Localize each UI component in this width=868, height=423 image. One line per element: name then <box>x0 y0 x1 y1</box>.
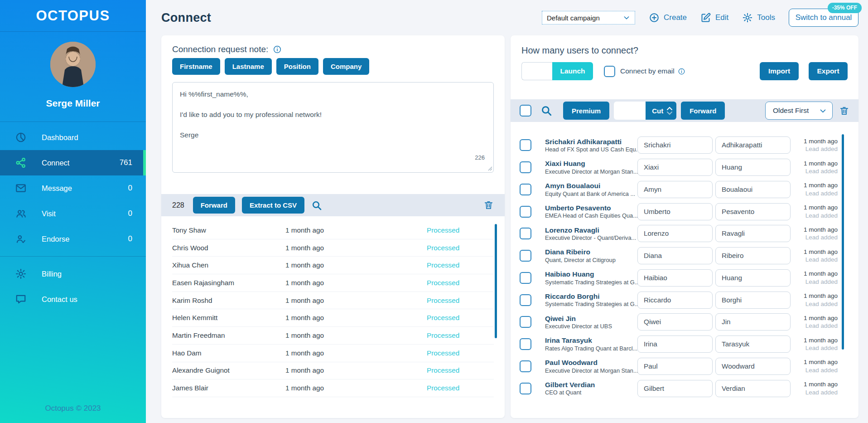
lastname-tag-button[interactable]: Lastname <box>225 58 272 75</box>
last-name-input[interactable] <box>715 358 791 375</box>
sidebar-item-endorse[interactable]: Endorse 0 <box>0 226 146 252</box>
lead-name[interactable]: Umberto Pesavento <box>545 204 637 212</box>
export-button[interactable]: Export <box>809 62 848 80</box>
first-name-input[interactable] <box>637 181 713 198</box>
first-name-input[interactable] <box>637 358 713 375</box>
last-name-input[interactable] <box>715 159 791 176</box>
lead-name[interactable]: Xiaxi Huang <box>545 159 637 168</box>
lead-checkbox[interactable] <box>520 206 531 218</box>
first-name-input[interactable] <box>637 313 713 331</box>
lead-checkbox[interactable] <box>520 316 531 328</box>
step-down-icon[interactable] <box>666 111 673 115</box>
sidebar-item-contact-us[interactable]: Contact us <box>0 287 146 312</box>
note-textarea[interactable]: Hi %%first_name%%, I'd like to add you t… <box>172 82 494 173</box>
import-button[interactable]: Import <box>760 62 799 80</box>
first-name-input[interactable] <box>637 269 713 287</box>
cut-count-input[interactable] <box>614 102 646 120</box>
edit-button[interactable]: Edit <box>700 12 728 23</box>
lead-checkbox[interactable] <box>520 184 531 195</box>
sidebar-item-connect[interactable]: Connect 761 <box>0 150 146 175</box>
tools-button[interactable]: Tools <box>742 12 775 23</box>
table-row[interactable]: Karim Roshd 1 month ago Processed <box>172 292 494 310</box>
launch-button[interactable]: Launch <box>552 62 593 80</box>
firstname-tag-button[interactable]: Firstname <box>172 58 220 75</box>
forward-button[interactable]: Forward <box>193 197 235 214</box>
first-name-input[interactable] <box>637 225 713 242</box>
table-row[interactable]: Hao Dam 1 month ago Processed <box>172 345 494 362</box>
last-name-input[interactable] <box>715 247 791 264</box>
scrollbar-thumb[interactable] <box>842 134 844 350</box>
scrollbar-thumb[interactable] <box>495 224 497 338</box>
lead-checkbox[interactable] <box>520 228 531 239</box>
info-icon[interactable] <box>273 45 282 54</box>
last-name-input[interactable] <box>715 269 791 287</box>
lead-checkbox[interactable] <box>520 338 531 350</box>
last-name-input[interactable] <box>715 380 791 397</box>
step-up-icon[interactable] <box>666 107 673 111</box>
table-row[interactable]: Helen Kemmitt 1 month ago Processed <box>172 309 494 327</box>
trash-icon[interactable] <box>483 200 494 210</box>
last-name-input[interactable] <box>715 335 791 353</box>
table-row[interactable]: Alexandre Guignot 1 month ago Processed <box>172 362 494 380</box>
first-name-input[interactable] <box>637 159 713 176</box>
sidebar-item-message[interactable]: Message 0 <box>0 175 146 201</box>
first-name-input[interactable] <box>637 335 713 353</box>
last-name-input[interactable] <box>715 203 791 220</box>
company-tag-button[interactable]: Company <box>323 58 369 75</box>
sidebar-item-dashboard[interactable]: Dashboard <box>0 125 146 150</box>
sidebar-item-billing[interactable]: Billing <box>0 261 146 287</box>
first-name-input[interactable] <box>637 380 713 397</box>
last-name-input[interactable] <box>715 292 791 309</box>
table-row[interactable]: Martin Freedman 1 month ago Processed <box>172 327 494 345</box>
trash-icon[interactable] <box>839 106 849 116</box>
users-count-input[interactable] <box>521 62 552 80</box>
lead-name[interactable]: Qiwei Jin <box>545 314 637 323</box>
lead-name[interactable]: Haibiao Huang <box>545 270 637 278</box>
table-row[interactable]: Chris Wood 1 month ago Processed <box>172 239 494 257</box>
table-row[interactable]: Easen Rajasingham 1 month ago Processed <box>172 274 494 292</box>
lead-name[interactable]: Srichakri Adhikarapatti <box>545 137 637 146</box>
first-name-input[interactable] <box>637 136 713 154</box>
lead-checkbox[interactable] <box>520 250 531 262</box>
search-icon[interactable] <box>311 200 322 211</box>
info-icon[interactable] <box>678 68 685 75</box>
sort-select[interactable]: Oldest First <box>765 102 833 120</box>
table-row[interactable]: James Blair 1 month ago Processed <box>172 379 494 397</box>
first-name-input[interactable] <box>637 292 713 309</box>
connect-by-email-checkbox[interactable] <box>604 66 615 77</box>
lead-name[interactable]: Riccardo Borghi <box>545 292 637 301</box>
lead-checkbox[interactable] <box>520 383 531 394</box>
campaign-select[interactable]: Default campaign <box>542 11 635 24</box>
search-icon[interactable] <box>540 105 552 117</box>
lead-name[interactable]: Irina Tarasyuk <box>545 336 637 345</box>
lead-checkbox[interactable] <box>520 272 531 284</box>
table-row[interactable]: Xihua Chen 1 month ago Processed <box>172 257 494 274</box>
sidebar-item-visit[interactable]: Visit 0 <box>0 201 146 226</box>
select-all-checkbox[interactable] <box>520 105 531 117</box>
lead-checkbox[interactable] <box>520 139 531 151</box>
extract-to-csv-button[interactable]: Extract to CSV <box>242 197 304 214</box>
last-name-input[interactable] <box>715 181 791 198</box>
lead-name[interactable]: Paul Woodward <box>545 358 637 367</box>
lead-name[interactable]: Amyn Boualaoui <box>545 181 637 190</box>
lead-checkbox[interactable] <box>520 360 531 372</box>
resize-handle-icon[interactable] <box>488 166 492 171</box>
cut-button[interactable]: Cut <box>646 102 676 120</box>
last-name-input[interactable] <box>715 313 791 331</box>
lead-name[interactable]: Lorenzo Ravagli <box>545 226 637 234</box>
first-name-input[interactable] <box>637 247 713 264</box>
create-button[interactable]: Create <box>649 12 687 23</box>
lead-checkbox[interactable] <box>520 161 531 173</box>
position-tag-button[interactable]: Position <box>276 58 318 75</box>
premium-button[interactable]: Premium <box>563 102 609 120</box>
lead-name[interactable]: Gilbert Verdian <box>545 380 637 389</box>
lead-name[interactable]: Diana Ribeiro <box>545 248 637 256</box>
lead-checkbox[interactable] <box>520 294 531 306</box>
first-name-input[interactable] <box>637 203 713 220</box>
forward-button[interactable]: Forward <box>681 102 725 120</box>
switch-to-annual-button[interactable]: Switch to annual -35% OFF <box>789 9 858 27</box>
last-name-input[interactable] <box>715 225 791 242</box>
table-row[interactable]: Tony Shaw 1 month ago Processed <box>172 222 494 239</box>
lead-status: Lead added <box>796 344 838 352</box>
last-name-input[interactable] <box>715 136 791 154</box>
